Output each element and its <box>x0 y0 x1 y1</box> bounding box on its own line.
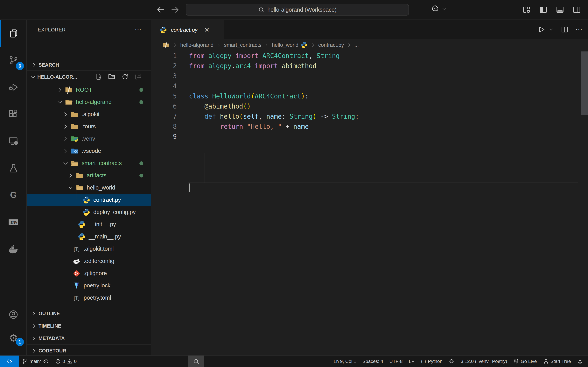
activity-run-debug[interactable] <box>0 74 27 100</box>
tree-item-poetry-toml[interactable]: [T]poetry.toml <box>27 292 151 304</box>
tree-item-label: poetry.toml <box>84 295 111 301</box>
svg-text:.ENV: .ENV <box>9 221 17 224</box>
tree-item--main-py[interactable]: __main__.py <box>27 231 151 243</box>
tree-item--vscode[interactable]: .vscode <box>27 145 151 157</box>
activity-bar: 6G.ENV⚙1 <box>0 20 27 355</box>
tree-item--venv[interactable]: .venv <box>27 133 151 145</box>
code-editor[interactable]: 123456789 from algopy import ARC4Contrac… <box>151 51 588 355</box>
toggle-primary-sidebar-button[interactable] <box>538 4 549 15</box>
activity-docker[interactable] <box>0 235 27 263</box>
new-file-button[interactable] <box>95 73 103 81</box>
project-actions <box>95 73 143 81</box>
extensions-icon <box>8 109 19 120</box>
toml-icon: [T] <box>72 294 81 302</box>
breadcrumb-python[interactable] <box>300 41 308 49</box>
chevron-right-icon <box>31 323 37 329</box>
breadcrumb-folder-root[interactable] <box>162 41 170 49</box>
toggle-panel-button[interactable] <box>554 4 565 15</box>
status-indentation[interactable]: Spaces: 4 <box>359 356 386 367</box>
tree-item--algokit-toml[interactable]: [T].algokit.toml <box>27 243 151 255</box>
indent-guide <box>220 172 220 183</box>
section-outline[interactable]: OUTLINE <box>27 307 151 320</box>
status-go-live[interactable]: Go Live <box>510 356 540 367</box>
activity-testing[interactable] <box>0 155 27 182</box>
remote-indicator[interactable] <box>0 356 19 367</box>
breadcrumb-hello-algorand[interactable]: hello-algorand <box>180 42 214 48</box>
tree-item-hello-world[interactable]: hello_world <box>27 182 151 194</box>
activity-settings[interactable]: ⚙1 <box>0 326 27 350</box>
explorer-more-actions-button[interactable]: ⋯ <box>135 25 143 34</box>
tree-item-poetry-lock[interactable]: poetry.lock <box>27 279 151 292</box>
python-icon <box>159 26 167 34</box>
run-dropdown-chevron-icon[interactable] <box>548 27 554 33</box>
split-editor-button[interactable] <box>561 25 569 33</box>
status-python-interpreter[interactable]: 3.12.0 ('.venv': Poetry) <box>458 356 510 367</box>
section-codetour[interactable]: CODETOUR <box>27 344 151 355</box>
status-start-tree[interactable]: Start Tree <box>540 356 574 367</box>
chevron-right-icon <box>56 87 63 93</box>
tree-item--tours[interactable]: .tours <box>27 120 151 133</box>
git-branch-icon <box>22 359 28 364</box>
status-encoding[interactable]: UTF-8 <box>386 356 406 367</box>
error-icon <box>55 359 61 364</box>
chevron-down-icon <box>62 160 69 167</box>
breadcrumb-smart-contracts[interactable]: smart_contracts <box>224 42 261 48</box>
section-metadata[interactable]: METADATA <box>27 332 151 344</box>
tree-item--editorconfig[interactable]: .editorconfig <box>27 255 151 267</box>
tree-item-root[interactable]: ROOT <box>27 84 151 96</box>
toggle-secondary-sidebar-button[interactable] <box>571 4 582 15</box>
account-icon <box>8 309 19 320</box>
run-button[interactable] <box>537 25 545 33</box>
customize-layout-button[interactable] <box>521 4 532 15</box>
new-folder-button[interactable] <box>108 73 116 81</box>
activity-extensions[interactable] <box>0 100 27 128</box>
activity-remote-explorer[interactable] <box>0 128 27 155</box>
tree-item--algokit[interactable]: .algokit <box>27 108 151 120</box>
breadcrumb-contract-py[interactable]: contract.py <box>318 42 344 48</box>
problems-status-item[interactable]: 0 0 <box>52 356 80 367</box>
python-icon <box>78 220 86 229</box>
cloud-upload-icon <box>43 359 49 364</box>
close-icon[interactable]: ✕ <box>203 26 210 33</box>
editor-scrollbar[interactable] <box>581 51 588 115</box>
activity-accounts[interactable] <box>0 303 27 326</box>
code-line-1: from algopy import ARC4Contract, String <box>189 51 340 61</box>
line-number: 3 <box>151 71 177 81</box>
tree-item-hello-algorand[interactable]: hello-algorand <box>27 96 151 108</box>
status-cursor-position[interactable]: Ln 9, Col 1 <box>330 356 359 367</box>
command-center-search[interactable]: hello-algorand (Workspace) <box>186 4 409 16</box>
section-timeline[interactable]: TIMELINE <box>27 320 151 332</box>
breadcrumb--[interactable]: ... <box>355 42 359 48</box>
tree-item-artifacts[interactable]: artifacts <box>27 169 151 182</box>
activity-dotenv[interactable]: .ENV <box>0 209 27 235</box>
activity-explorer[interactable] <box>0 20 27 47</box>
chevron-right-icon <box>31 62 37 68</box>
collapse-all-button[interactable] <box>134 73 143 81</box>
zoom-status-item[interactable] <box>188 356 204 367</box>
tree-item--gitignore[interactable]: .gitignore <box>27 267 151 279</box>
status-eol[interactable]: LF <box>406 356 417 367</box>
tree-item-deploy-config-py[interactable]: deploy_config.py <box>27 206 151 218</box>
braces-icon: { } <box>421 359 426 364</box>
status-notifications[interactable] <box>574 356 586 367</box>
activity-gitlens[interactable]: G <box>0 182 27 209</box>
tab-label: contract.py <box>171 27 198 33</box>
status-right: Ln 9, Col 1Spaces: 4UTF-8LF{ }Python3.12… <box>330 356 586 367</box>
copilot-menu[interactable] <box>431 4 447 13</box>
more-actions-button[interactable]: ⋯ <box>575 25 583 33</box>
chevron-right-icon <box>173 42 178 48</box>
tree-item-smart-contracts[interactable]: smart_contracts <box>27 157 151 169</box>
chevron-down-icon <box>30 74 36 80</box>
search-section-header[interactable]: SEARCH <box>27 59 151 70</box>
tree-item--init-py[interactable]: __init__.py <box>27 218 151 231</box>
activity-source-control[interactable]: 6 <box>0 47 27 74</box>
refresh-button[interactable] <box>121 73 129 81</box>
tab-contract-py[interactable]: contract.py ✕ <box>151 20 225 39</box>
navigate-back-button[interactable] <box>156 5 166 15</box>
branch-status-item[interactable]: main* <box>19 356 52 367</box>
breadcrumb-hello-world[interactable]: hello_world <box>272 42 298 48</box>
status-language-mode[interactable]: { }Python <box>417 356 446 367</box>
status-copilot-status[interactable] <box>445 356 458 367</box>
tree-item-contract-py[interactable]: contract.py <box>27 194 151 206</box>
navigate-forward-button[interactable] <box>170 5 180 15</box>
